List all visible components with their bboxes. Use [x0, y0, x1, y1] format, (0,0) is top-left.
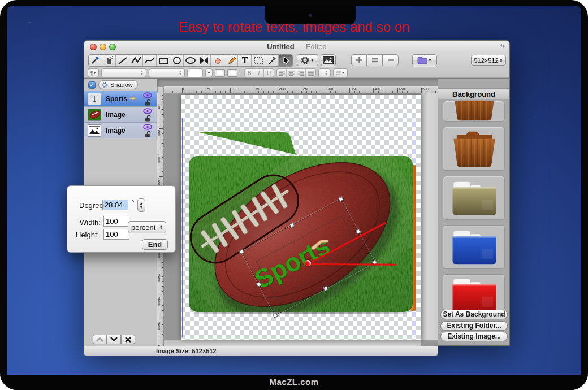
existing-folder-button[interactable]: Existing Folder... — [440, 321, 508, 331]
horizontal-scrollbar-track[interactable] — [164, 340, 421, 346]
shadow-gear-icon — [101, 81, 108, 88]
spacing-stepper[interactable]: ▲▼ — [318, 68, 331, 77]
ruler-tick — [162, 291, 163, 292]
align-right-button[interactable] — [296, 69, 306, 77]
list-style-menu[interactable]: ▼ — [333, 68, 348, 77]
window-chrome: Untitled — Edited T — [84, 40, 510, 79]
italic-button[interactable]: I — [254, 69, 264, 77]
visibility-eye-icon[interactable] — [143, 92, 152, 98]
unit-select[interactable]: percent▲▼ — [128, 221, 166, 233]
tool-eyedropper[interactable] — [89, 55, 102, 66]
ruler-tick — [249, 91, 249, 93]
ruler-tick — [162, 167, 163, 167]
ruler-tick — [162, 143, 163, 144]
ruler-tick — [162, 339, 163, 339]
move-layer-down-button[interactable] — [107, 335, 121, 344]
height-field[interactable] — [103, 229, 129, 240]
tool-rectangle[interactable] — [157, 55, 170, 66]
tool-line[interactable] — [116, 55, 129, 66]
ruler-tick — [392, 91, 393, 93]
tool-pencil[interactable] — [224, 55, 238, 66]
text-style-menu[interactable]: ¶▼ — [88, 68, 99, 77]
shadow-checkbox[interactable]: ✓ — [88, 81, 96, 89]
tool-magic-wand[interactable] — [265, 55, 279, 66]
status-text: Image Size: 512×512 — [156, 348, 217, 354]
select-arrows-icon: ▲▼ — [159, 224, 163, 230]
ruler-tick — [162, 133, 163, 134]
layer-label: Image — [106, 111, 126, 119]
ruler-label: 400 — [157, 297, 161, 305]
lock-open-icon[interactable] — [145, 115, 151, 122]
tool-arrow-cursor[interactable] — [279, 55, 292, 66]
gear-menu-button[interactable]: ▼ — [297, 54, 318, 66]
visibility-eye-icon[interactable] — [143, 108, 152, 114]
zoom-fit-button[interactable] — [367, 54, 383, 66]
insert-image-button[interactable] — [321, 54, 336, 66]
degree-stepper[interactable]: ▲▼ — [137, 198, 145, 212]
end-button[interactable]: End — [142, 239, 168, 250]
tool-spray-can[interactable] — [102, 55, 116, 66]
resize-icon[interactable] — [500, 43, 505, 49]
title-bar[interactable]: Untitled — Edited — [84, 41, 509, 53]
ruler-tick — [287, 91, 288, 93]
olive-folder[interactable] — [443, 176, 505, 220]
tool-polyline[interactable] — [129, 55, 143, 66]
shadow-button[interactable]: Shadow — [98, 80, 138, 89]
wood-folder[interactable] — [443, 127, 505, 171]
tool-eraser[interactable] — [211, 55, 224, 66]
blue-folder[interactable] — [443, 225, 505, 269]
background-color-well[interactable] — [227, 69, 237, 77]
edited-indicator: — Edited — [296, 42, 326, 51]
wood-folder-clipped[interactable] — [443, 101, 505, 122]
visibility-eye-icon[interactable] — [143, 124, 152, 130]
canvas-size-stepper[interactable]: 512×512 ▲▼ — [471, 55, 506, 66]
layer-row-sports[interactable]: T Sports — [84, 91, 157, 107]
zoom-out-button[interactable] — [383, 54, 399, 66]
layer-nav-buttons — [93, 335, 135, 344]
bold-button[interactable]: B — [245, 69, 254, 77]
rotation-pivot-dot[interactable] — [305, 260, 311, 266]
tool-shape-bowtie[interactable] — [197, 55, 211, 66]
font-style-select[interactable]: ▲▼ — [149, 68, 185, 77]
font-size-menu[interactable]: ▼ — [205, 68, 213, 77]
font-size-field[interactable] — [187, 68, 203, 77]
layer-row-football-image[interactable]: Image — [84, 107, 157, 123]
move-layer-up-button[interactable] — [93, 335, 107, 344]
tool-curve[interactable] — [143, 55, 157, 66]
ruler-tick — [383, 91, 383, 93]
underline-button[interactable]: U — [264, 69, 274, 77]
tool-text[interactable]: T — [238, 55, 252, 66]
ruler-tick — [369, 91, 369, 93]
existing-image-button[interactable]: Existing Image... — [440, 332, 508, 341]
lock-open-icon[interactable] — [145, 99, 151, 106]
delete-layer-button[interactable] — [121, 335, 135, 344]
canvas-size-value: 512×512 — [474, 57, 498, 64]
ruler-tick — [302, 88, 302, 93]
tool-oval[interactable] — [184, 55, 197, 66]
laptop-chin: MacZL.com — [0, 375, 588, 390]
zoom-in-button[interactable] — [351, 54, 367, 66]
selection-handle[interactable] — [289, 222, 295, 227]
set-as-background-button[interactable]: Set As Background — [440, 310, 508, 319]
ruler-tick — [254, 88, 254, 93]
layer-row-generic-image[interactable]: Image — [84, 123, 157, 138]
degree-field[interactable] — [102, 200, 128, 210]
folder-menu-button[interactable]: ▼ — [412, 54, 437, 66]
ruler-label: 100 — [231, 87, 238, 91]
align-left-button[interactable] — [277, 69, 287, 77]
format-bar: ¶▼ ▲▼ ▲▼ ▼ B I U — [84, 67, 509, 79]
align-justify-button[interactable] — [306, 69, 315, 77]
text-color-well[interactable] — [215, 69, 225, 77]
ruler-tick — [354, 91, 355, 93]
degree-label: Degree — [79, 201, 103, 210]
lock-open-icon[interactable] — [145, 131, 151, 137]
ruler-label: 300 — [327, 87, 334, 91]
tool-select-rect[interactable] — [252, 55, 265, 66]
tool-ellipse[interactable] — [170, 55, 184, 66]
width-field[interactable] — [103, 216, 129, 227]
red-folder[interactable] — [443, 274, 505, 311]
align-center-button[interactable] — [287, 69, 296, 77]
font-family-select[interactable]: ▲▼ — [101, 68, 146, 77]
vertical-scrollbar-track[interactable] — [421, 93, 438, 340]
ruler-tick — [244, 91, 245, 93]
